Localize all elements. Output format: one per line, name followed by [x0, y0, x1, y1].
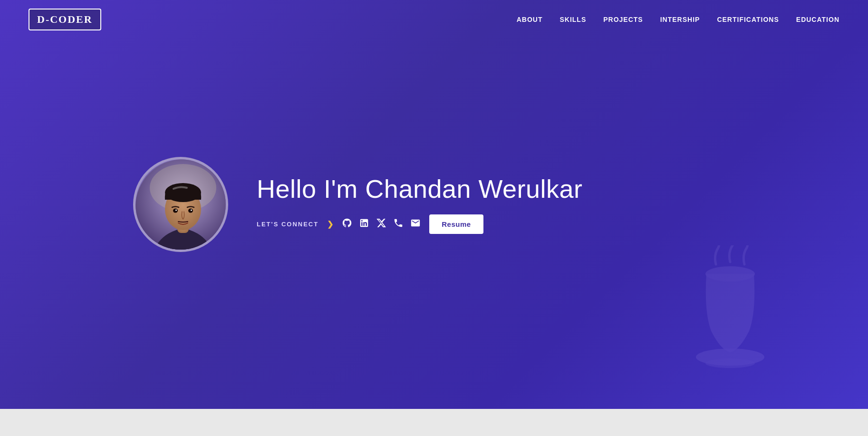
github-icon[interactable] — [342, 218, 352, 231]
chevron-right-icon: ❯ — [327, 220, 333, 229]
svg-point-2 — [705, 358, 755, 368]
svg-point-10 — [173, 209, 178, 213]
nav-link-education[interactable]: EDUCATION — [796, 16, 839, 23]
linkedin-icon[interactable] — [359, 218, 369, 231]
nav-item-about[interactable]: ABOUT — [517, 15, 543, 24]
nav-link-about[interactable]: ABOUT — [517, 16, 543, 23]
navbar: D-CODER ABOUT SKILLS PROJECTS INTERSHIP … — [0, 0, 868, 39]
nav-item-projects[interactable]: PROJECTS — [603, 15, 643, 24]
nav-link-certifications[interactable]: CERTIFICATIONS — [717, 16, 779, 23]
svg-point-11 — [188, 209, 193, 213]
logo-box[interactable]: D-CODER — [29, 9, 101, 30]
avatar — [133, 157, 228, 252]
java-watermark — [678, 245, 782, 371]
nav-item-intership[interactable]: INTERSHIP — [660, 15, 700, 24]
hero-content: Hello I'm Chandan Werulkar LET'S CONNECT… — [0, 157, 583, 252]
twitter-icon[interactable] — [376, 218, 386, 231]
hero-section: Hello I'm Chandan Werulkar LET'S CONNECT… — [0, 0, 868, 409]
nav-link-projects[interactable]: PROJECTS — [603, 16, 643, 23]
svg-point-0 — [705, 266, 755, 281]
nav-item-skills[interactable]: SKILLS — [559, 15, 586, 24]
hero-title: Hello I'm Chandan Werulkar — [257, 175, 583, 203]
nav-links: ABOUT SKILLS PROJECTS INTERSHIP CERTIFIC… — [517, 15, 839, 24]
social-icons — [342, 218, 421, 231]
email-icon[interactable] — [410, 218, 421, 231]
connect-row: LET'S CONNECT ❯ — [257, 214, 583, 234]
nav-link-intership[interactable]: INTERSHIP — [660, 16, 700, 23]
bottom-section — [0, 409, 868, 436]
phone-icon[interactable] — [393, 218, 404, 231]
logo-text: D-CODER — [37, 13, 93, 25]
nav-item-education[interactable]: EDUCATION — [796, 15, 839, 24]
nav-link-skills[interactable]: SKILLS — [559, 16, 586, 23]
lets-connect-label: LET'S CONNECT — [257, 221, 318, 228]
svg-point-12 — [175, 210, 177, 211]
svg-point-13 — [191, 210, 192, 211]
hero-text: Hello I'm Chandan Werulkar LET'S CONNECT… — [257, 175, 583, 234]
nav-item-certifications[interactable]: CERTIFICATIONS — [717, 15, 779, 24]
resume-button[interactable]: Resume — [429, 214, 483, 234]
